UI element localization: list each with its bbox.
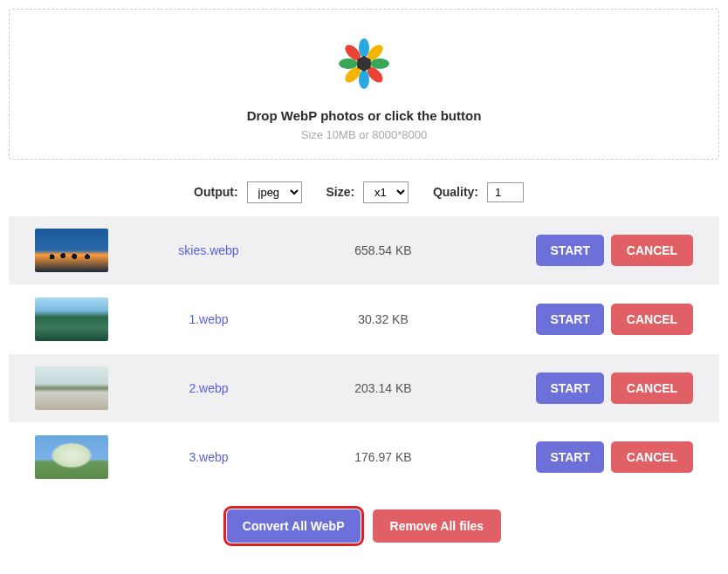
cancel-button[interactable]: CANCEL [611,441,693,473]
output-select[interactable]: jpeg [247,181,302,203]
app-logo-icon [336,36,392,95]
start-button[interactable]: START [536,441,604,473]
options-bar: Output: jpeg Size: x1 Quality: [9,181,719,203]
start-button[interactable]: START [536,235,604,266]
file-row: skies.webp 658.54 KB START CANCEL [9,216,719,285]
dropzone-title: Drop WebP photos or click the button [27,108,701,123]
bottom-actions: Convert All WebP Remove All files [9,492,719,551]
remove-all-button[interactable]: Remove All files [373,509,502,543]
file-list: skies.webp 658.54 KB START CANCEL 1.webp… [9,216,719,492]
quality-input[interactable] [487,182,524,202]
quality-label: Quality: [433,185,478,199]
file-name-link[interactable]: 3.webp [108,450,309,464]
dropzone-subtitle: Size 10MB or 8000*8000 [27,128,701,141]
cancel-button[interactable]: CANCEL [611,372,693,404]
file-thumbnail [35,435,108,479]
svg-point-0 [359,38,369,58]
svg-point-6 [339,58,358,69]
file-size: 176.97 KB [309,450,457,464]
start-button[interactable]: START [536,372,604,404]
file-row: 2.webp 203.14 KB START CANCEL [9,354,719,423]
size-label: Size: [326,185,354,199]
file-row: 1.webp 30.32 KB START CANCEL [9,285,719,354]
file-size: 203.14 KB [309,381,457,395]
output-label: Output: [194,185,238,199]
size-select[interactable]: x1 [363,181,409,203]
file-name-link[interactable]: 1.webp [108,312,309,326]
convert-all-button[interactable]: Convert All WebP [227,509,361,543]
file-thumbnail [35,229,108,272]
svg-point-2 [370,58,389,69]
cancel-button[interactable]: CANCEL [611,304,693,335]
file-thumbnail [35,366,108,410]
file-row: 3.webp 176.97 KB START CANCEL [9,423,719,492]
file-thumbnail [35,297,108,341]
file-size: 658.54 KB [309,243,457,257]
cancel-button[interactable]: CANCEL [611,235,693,266]
file-name-link[interactable]: 2.webp [108,381,309,395]
file-size: 30.32 KB [309,312,457,326]
file-name-link[interactable]: skies.webp [108,243,309,257]
start-button[interactable]: START [536,304,604,335]
svg-point-4 [359,70,369,89]
dropzone[interactable]: Drop WebP photos or click the button Siz… [9,9,719,160]
